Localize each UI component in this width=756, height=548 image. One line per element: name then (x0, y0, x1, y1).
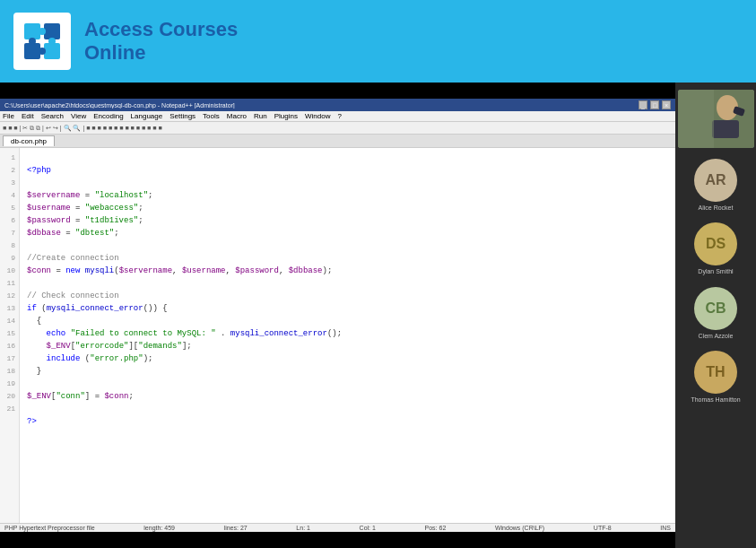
notepad-statusbar: PHP Hypertext Preprocessor file length: … (0, 523, 675, 532)
status-ins: INS (660, 525, 671, 531)
menu-search[interactable]: Search (41, 112, 64, 120)
line-numbers: 12345 678910 1112131415 1617181920 21 (0, 148, 20, 523)
participant-name-cb: Clem Azzole (699, 333, 734, 340)
avatar-th[interactable]: TH (694, 351, 737, 394)
svg-point-6 (29, 38, 36, 45)
status-length: length: 459 (143, 525, 175, 531)
logo-icon (22, 22, 62, 61)
menu-help[interactable]: ? (337, 112, 341, 120)
participants-sidebar: AR Alice Rocket DS Dylan Smithl CB Clem … (675, 83, 756, 548)
svg-rect-0 (24, 23, 40, 39)
participant-cb: CB Clem Azzole (694, 287, 737, 340)
avatar-ds[interactable]: DS (694, 222, 737, 265)
participant-name-ds: Dylan Smithl (698, 268, 733, 275)
menu-plugins[interactable]: Plugins (274, 112, 298, 120)
participant-ds: DS Dylan Smithl (694, 222, 737, 275)
file-tab[interactable]: db-con.php (3, 135, 55, 146)
menu-macro[interactable]: Macro (227, 112, 247, 120)
participant-name-th: Thomas Hamitton (691, 396, 740, 404)
code-text[interactable]: <?php $servername = "localhost"; $userna… (20, 148, 675, 523)
notepad-window: C:\Users\user\apache2\htdocs\guestmysql-… (0, 99, 675, 532)
avatar-cb[interactable]: CB (694, 287, 737, 330)
notepad-title: C:\Users\user\apache2\htdocs\guestmysql-… (4, 102, 235, 109)
participant-th: TH Thomas Hamitton (691, 351, 740, 404)
black-bar-top (0, 83, 675, 99)
avatar-ar[interactable]: AR (694, 159, 737, 202)
tab-label: db-con.php (11, 137, 47, 145)
status-encoding: Windows (CR\LF) (495, 525, 544, 531)
svg-rect-10 (712, 120, 739, 138)
menu-file[interactable]: File (3, 112, 14, 120)
screen-share-area: C:\Users\user\apache2\htdocs\guestmysql-… (0, 83, 675, 548)
notepad-tabs: db-con.php (0, 135, 675, 148)
title-line1: Access Courses (84, 18, 238, 41)
presenter-bg (678, 90, 754, 148)
minimize-button[interactable]: _ (639, 100, 647, 109)
status-filetype: PHP Hypertext Preprocessor file (4, 525, 95, 531)
status-lines: lines: 27 (224, 525, 248, 531)
status-ln: Ln: 1 (296, 525, 310, 531)
maximize-button[interactable]: □ (650, 100, 659, 109)
header: Access Courses Online (0, 0, 756, 83)
svg-rect-12 (678, 90, 714, 148)
svg-rect-2 (24, 43, 40, 59)
presenter-video (678, 90, 754, 148)
svg-point-7 (48, 38, 56, 45)
status-col: Col: 1 (360, 525, 376, 531)
participant-name-ar: Alice Rocket (699, 204, 734, 212)
window-controls: _ □ × (639, 100, 671, 109)
menu-settings[interactable]: Settings (169, 112, 196, 120)
notepad-titlebar: C:\Users\user\apache2\htdocs\guestmysql-… (0, 99, 675, 111)
logo-box (13, 13, 71, 70)
status-utf: UTF-8 (594, 525, 612, 531)
menu-edit[interactable]: Edit (22, 112, 34, 120)
svg-point-5 (39, 48, 46, 55)
participant-ar: AR Alice Rocket (694, 159, 737, 212)
main-content: C:\Users\user\apache2\htdocs\guestmysql-… (0, 83, 756, 548)
svg-rect-1 (44, 23, 60, 39)
menu-language[interactable]: Language (131, 112, 163, 120)
notepad-menubar: File Edit Search View Encoding Language … (0, 111, 675, 122)
close-button[interactable]: × (662, 100, 671, 109)
notepad-toolbar: ■ ■ ■ | ✂ ⧉ ⧉ | ↩ ↪ | 🔍 🔍 | ■ ■ ■ ■ ■ ■ … (0, 122, 675, 135)
status-pos: Pos: 62 (425, 525, 447, 531)
svg-rect-3 (44, 43, 60, 59)
menu-view[interactable]: View (71, 112, 86, 120)
menu-run[interactable]: Run (254, 112, 267, 120)
code-editor[interactable]: 12345 678910 1112131415 1617181920 21 <?… (0, 148, 675, 523)
site-title: Access Courses Online (84, 18, 238, 65)
black-bar-bottom (0, 532, 675, 548)
title-line2: Online (84, 41, 238, 65)
menu-tools[interactable]: Tools (203, 112, 220, 120)
menu-window[interactable]: Window (305, 112, 330, 120)
menu-encoding[interactable]: Encoding (93, 112, 123, 120)
svg-point-4 (39, 28, 46, 35)
